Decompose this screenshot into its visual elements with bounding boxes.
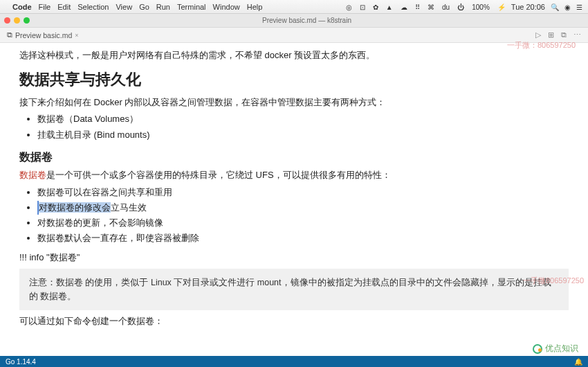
heading-data-volume: 数据卷 [19, 149, 569, 166]
list-features: 数据卷可以在容器之间共享和重用 对数据卷的修改会立马生效 对数据卷的更新，不会影… [37, 186, 569, 246]
macos-menubar: Code File Edit Selection View Go Run Ter… [0, 0, 588, 14]
status-icon[interactable]: ▲ [386, 3, 393, 11]
control-center-icon[interactable]: ☰ [576, 3, 582, 11]
close-button[interactable] [4, 17, 10, 24]
status-icon[interactable]: ⊡ [360, 3, 365, 11]
layout-icon[interactable]: ⧉ [561, 30, 567, 39]
battery-percent: 100% [472, 3, 490, 11]
menu-help[interactable]: Help [247, 3, 263, 11]
markdown-preview[interactable]: 选择这种模式，一般是用户对网络有自己特殊的需求，不希望 docker 预设置太多… [0, 43, 588, 353]
split-icon[interactable]: ⊞ [548, 30, 554, 39]
paragraph: 数据卷是一个可供一个或多个容器使用的特殊目录，它绕过 UFS，可以提供很多有用的… [19, 168, 569, 182]
list-item: 数据卷（Data Volumes） [37, 112, 569, 126]
menu-run[interactable]: Run [156, 3, 170, 11]
status-icon[interactable]: ⏻ [457, 3, 464, 11]
info-admonition: 注意：数据卷 的使用，类似于 Linux 下对目录或文件进行 mount，镜像中… [19, 269, 569, 310]
list-item: 数据卷可以在容器之间共享和重用 [37, 186, 569, 199]
status-icon[interactable]: du [442, 3, 450, 11]
status-icon[interactable]: ✿ [373, 3, 378, 11]
admonition-header: !!! info "数据卷" [19, 251, 569, 265]
menu-view[interactable]: View [116, 3, 132, 11]
list-item: 数据卷默认会一直存在，即使容器被删除 [37, 231, 569, 245]
window-title: Preview basic.md — k8strain [30, 17, 584, 24]
editor-tabbar: ⧉ Preview basic.md × ▷ ⊞ ⧉ ⋯ [0, 28, 588, 43]
menubar-clock[interactable]: Tue 20:06 [511, 3, 545, 11]
status-icon[interactable]: ◎ [346, 3, 352, 11]
vscode-statusbar[interactable]: Go 1.14.4 🔔 [0, 356, 588, 367]
watermark: 一手微：806597250 [507, 40, 576, 51]
tab-preview-basic[interactable]: ⧉ Preview basic.md × [3, 29, 83, 41]
text-selection: 对数据卷的修改会 [39, 202, 111, 213]
paragraph: 选择这种模式，一般是用户对网络有自己特殊的需求，不希望 docker 预设置太多… [19, 48, 569, 62]
window-titlebar: Preview basic.md — k8strain [0, 14, 588, 28]
paragraph: 可以通过如下命令创建一个数据卷： [19, 314, 569, 328]
wifi-icon[interactable]: ⌘ [428, 3, 434, 11]
minimize-button[interactable] [14, 17, 20, 24]
notifications-icon[interactable]: 🔔 [574, 358, 582, 366]
brand-badge: 优点知识 [533, 343, 578, 355]
menu-edit[interactable]: Edit [57, 3, 71, 11]
list-item: 挂载主机目录 (Bind mounts) [37, 128, 569, 142]
spotlight-icon[interactable]: 🔍 [551, 3, 559, 11]
statusbar-go-version[interactable]: Go 1.14.4 [6, 358, 36, 366]
brand-logo-icon [533, 344, 542, 354]
menubar-status-icons: ◎ ⊡ ✿ ▲ ☁ ⠿ ⌘ du ⏻ 100% ⚡ [340, 3, 506, 11]
watermark: 一手微806597250 [523, 276, 584, 286]
menu-file[interactable]: File [39, 3, 51, 11]
paragraph: 接下来介绍如何在 Docker 内部以及容器之间管理数据，在容器中管理数据主要有… [19, 96, 569, 109]
list-item-selected: 对数据卷的修改会立马生效 [37, 201, 569, 215]
menu-window[interactable]: Window [213, 3, 240, 11]
siri-icon[interactable]: ◉ [564, 3, 571, 11]
term-data-volume: 数据卷 [19, 170, 46, 180]
heading-data-sharing: 数据共享与持久化 [19, 68, 569, 91]
status-icon[interactable]: ⠿ [415, 3, 420, 11]
traffic-lights [4, 17, 30, 24]
preview-icon: ⧉ [7, 30, 12, 39]
close-tab-icon[interactable]: × [75, 32, 78, 39]
menu-selection[interactable]: Selection [77, 3, 109, 11]
list-methods: 数据卷（Data Volumes） 挂载主机目录 (Bind mounts) [37, 112, 569, 141]
app-name[interactable]: Code [12, 3, 32, 11]
status-icon[interactable]: ☁ [401, 3, 407, 11]
menu-go[interactable]: Go [139, 3, 149, 11]
run-icon[interactable]: ▷ [535, 30, 541, 39]
maximize-button[interactable] [24, 17, 30, 24]
menu-terminal[interactable]: Terminal [177, 3, 206, 11]
more-icon[interactable]: ⋯ [573, 30, 581, 39]
battery-icon[interactable]: ⚡ [497, 3, 506, 11]
list-item: 对数据卷的更新，不会影响镜像 [37, 216, 569, 230]
tab-label: Preview basic.md [15, 31, 72, 39]
